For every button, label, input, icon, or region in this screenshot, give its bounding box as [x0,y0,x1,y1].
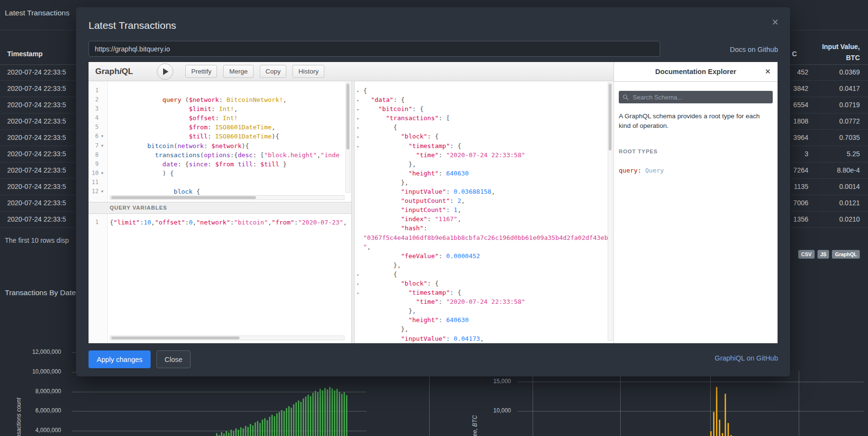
query-vertical-scrollbar[interactable] [345,82,350,193]
cell-input-value: 0.0719 [839,101,860,109]
pane-resize-handle[interactable] [351,81,355,343]
bar [252,425,254,436]
bar [245,426,246,436]
fold-arrow-icon[interactable]: ▾ [357,133,363,142]
bar [339,392,340,436]
bar [238,430,239,436]
doc-explorer-close-icon[interactable]: ✕ [765,67,771,76]
result-viewer: ▾{▾ "data": {▾ "bitcoin": {▾ "transactio… [355,81,613,343]
close-button[interactable]: Close [156,350,191,368]
variables-gutter: 1 [89,214,108,343]
scrollbar-thumb[interactable] [609,84,612,150]
bar [279,412,280,436]
export-badge-graphql[interactable]: GraphQL [832,250,860,259]
apply-changes-button[interactable]: Apply changes [89,350,151,368]
bar [307,395,309,436]
fold-arrow-icon[interactable]: ▾ [99,141,106,150]
modal-close-icon[interactable]: × [772,16,779,29]
query-horizontal-scrollbar[interactable] [110,195,345,200]
bar [344,392,345,436]
query-code[interactable]: query ($network: BitcoinNetwork!, $limit… [110,86,351,202]
toolbar-merge-button[interactable]: Merge [223,65,253,78]
variables-horizontal-scrollbar[interactable] [110,336,345,340]
bar [264,418,266,436]
bar [257,421,258,436]
line-number: 10 [89,169,99,178]
export-badge-csv[interactable]: CSV [798,250,815,259]
cell-partial-value: 7006 [793,199,808,207]
toolbar-buttons: PrettifyMergeCopyHistory [185,65,324,78]
toolbar-prettify-button[interactable]: Prettify [185,65,217,78]
graphiql-editor: GraphiQL PrettifyMergeCopyHistory 123456… [89,62,778,343]
cell-input-value: 0.0121 [839,199,860,207]
toolbar-copy-button[interactable]: Copy [260,65,287,78]
export-badge-js[interactable]: JS [817,250,830,259]
page-title: Latest Transactions [5,9,69,17]
bar [725,394,726,436]
bar [283,411,285,436]
doc-intro-text: A GraphQL schema provides a root type fo… [619,112,773,131]
bar [286,408,287,436]
gridline [620,371,621,436]
bar [235,428,237,436]
bar [310,396,311,436]
execute-query-button[interactable] [157,63,173,80]
bar [276,413,278,436]
bar [334,390,335,436]
bar [713,412,715,436]
cell-partial-value: 7264 [793,166,808,174]
scrollbar-thumb[interactable] [346,84,349,149]
query-type-link[interactable]: Query [645,167,664,174]
fold-arrow-icon[interactable]: ▾ [99,132,106,141]
cell-timestamp: 2020-07-24 22:33:5 [7,166,66,174]
cell-timestamp: 2020-07-24 22:33:5 [7,117,66,125]
query-gutter: 123456▾7▾8910▾1112▾ [89,81,108,202]
graphiql-toolbar: GraphiQL PrettifyMergeCopyHistory [89,62,613,81]
fold-arrow-icon[interactable]: ▾ [99,187,106,196]
graphiql-on-github-link[interactable]: GraphiQL on GitHub [715,354,778,362]
cell-input-value: 5.25 [847,150,860,158]
bar [293,404,294,436]
toolbar-history-button[interactable]: History [293,65,324,78]
bar [341,394,343,436]
column-header-input-value: Input Value, BTC [822,41,860,63]
doc-explorer-header: Documentation Explorer ✕ [614,62,778,82]
bar [319,389,321,436]
bar [317,392,319,436]
variables-code[interactable]: {"limit":10,"offset":0,"network":"bitcoi… [110,218,351,343]
bar [722,433,723,436]
scrollbar-thumb[interactable] [111,336,240,339]
bar [719,420,720,436]
cell-timestamp: 2020-07-24 22:33:5 [7,85,66,92]
y-tick-label: 6,000,000 [0,407,61,414]
bar [230,430,232,436]
line-number: 7 [89,141,99,150]
section-title: Transactions By Date [5,288,76,297]
doc-search-box[interactable] [619,91,773,103]
line-number: 2 [89,95,99,104]
schema-search-input[interactable] [632,93,769,101]
query-editor[interactable]: 123456▾7▾8910▾1112▾ query ($network: Bit… [89,81,351,202]
scrollbar-thumb[interactable] [111,196,256,199]
endpoint-url-input[interactable] [89,41,660,57]
column-header-partial: C [792,50,797,58]
bar [255,423,256,436]
right-chart-bars [707,387,735,436]
line-number: 1 [89,86,99,95]
cell-input-value: 0.0772 [839,117,860,125]
y-tick-label: 10,000,000 [0,368,61,375]
fold-arrow-icon[interactable]: ▾ [357,142,363,151]
bar [300,402,302,436]
query-variables-title[interactable]: QUERY VARIABLES [89,202,351,214]
result-vertical-scrollbar[interactable] [608,82,613,341]
cell-partial-value: 452 [797,68,808,76]
result-code: ▾{▾ "data": {▾ "bitcoin": {▾ "transactio… [357,86,613,343]
cell-timestamp: 2020-07-24 22:33:5 [7,68,66,76]
bar [250,424,251,436]
play-icon [163,68,168,75]
variables-editor[interactable]: 1 {"limit":10,"offset":0,"network":"bitc… [89,214,351,343]
docs-on-github-link[interactable]: Docs on Github [730,46,778,53]
fold-arrow-icon[interactable]: ▾ [99,169,106,178]
bar [303,399,304,436]
bar [728,423,729,436]
